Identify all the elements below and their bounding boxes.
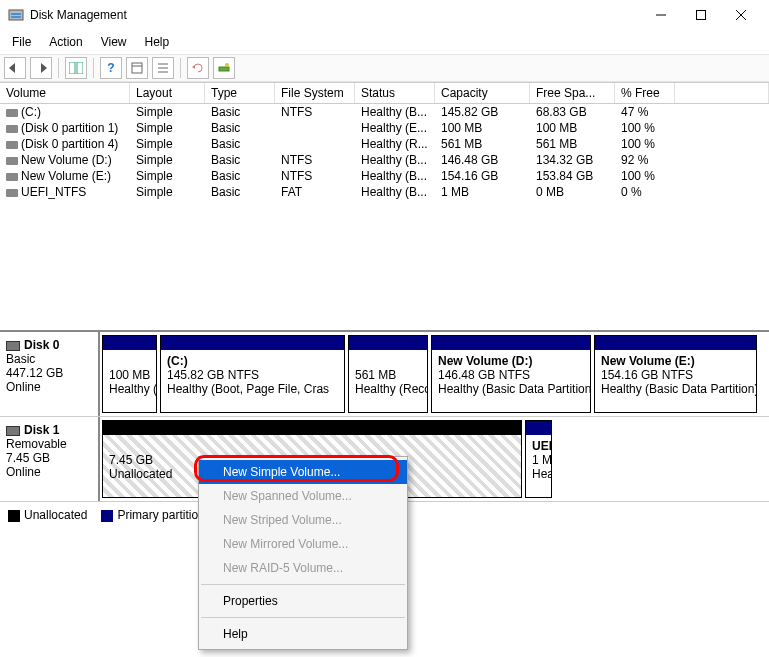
- partition[interactable]: 561 MBHealthy (Reco: [348, 335, 428, 413]
- back-button[interactable]: [4, 57, 26, 79]
- help-button[interactable]: ?: [100, 57, 122, 79]
- svg-rect-2: [11, 16, 21, 18]
- settings-button[interactable]: [126, 57, 148, 79]
- svg-rect-9: [132, 63, 142, 73]
- toolbar: ?: [0, 54, 769, 82]
- forward-button[interactable]: [30, 57, 52, 79]
- list-button[interactable]: [152, 57, 174, 79]
- menu-action[interactable]: Action: [41, 32, 90, 52]
- context-menu: New Simple Volume... New Spanned Volume.…: [198, 456, 408, 528]
- table-row[interactable]: New Volume (D:)SimpleBasicNTFSHealthy (B…: [0, 152, 769, 168]
- menu-file[interactable]: File: [4, 32, 39, 52]
- partition[interactable]: UEF1 MHea: [525, 420, 552, 498]
- close-button[interactable]: [721, 1, 761, 29]
- refresh-button[interactable]: [187, 57, 209, 79]
- svg-rect-4: [697, 11, 706, 20]
- ctx-new-simple-volume[interactable]: New Simple Volume...: [199, 460, 407, 484]
- svg-rect-7: [69, 62, 75, 74]
- svg-point-15: [225, 63, 229, 67]
- menu-help[interactable]: Help: [137, 32, 178, 52]
- rescan-button[interactable]: [213, 57, 235, 79]
- maximize-button[interactable]: [681, 1, 721, 29]
- menu-view[interactable]: View: [93, 32, 135, 52]
- table-row[interactable]: (C:)SimpleBasicNTFSHealthy (B...145.82 G…: [0, 104, 769, 120]
- partition[interactable]: New Volume (E:)154.16 GB NTFSHealthy (Ba…: [594, 335, 757, 413]
- titlebar: Disk Management: [0, 0, 769, 30]
- disk-row-0: Disk 0 Basic 447.12 GB Online 100 MBHeal…: [0, 332, 769, 417]
- window-title: Disk Management: [30, 8, 641, 22]
- legend-swatch-primary: [101, 510, 113, 522]
- col-pct[interactable]: % Free: [615, 83, 675, 103]
- svg-rect-8: [77, 62, 83, 74]
- svg-rect-1: [11, 13, 21, 15]
- col-status[interactable]: Status: [355, 83, 435, 103]
- minimize-button[interactable]: [641, 1, 681, 29]
- show-hide-button[interactable]: [65, 57, 87, 79]
- app-icon: [8, 7, 24, 23]
- table-row[interactable]: (Disk 0 partition 4)SimpleBasicHealthy (…: [0, 136, 769, 152]
- col-capacity[interactable]: Capacity: [435, 83, 530, 103]
- partition[interactable]: 100 MBHealthy (: [102, 335, 157, 413]
- table-row[interactable]: (Disk 0 partition 1)SimpleBasicHealthy (…: [0, 120, 769, 136]
- disk-1-label[interactable]: Disk 1 Removable 7.45 GB Online: [0, 417, 100, 501]
- list-header: Volume Layout Type File System Status Ca…: [0, 83, 769, 104]
- partition[interactable]: New Volume (D:)146.48 GB NTFSHealthy (Ba…: [431, 335, 591, 413]
- volume-list: Volume Layout Type File System Status Ca…: [0, 82, 769, 200]
- col-free[interactable]: Free Spa...: [530, 83, 615, 103]
- col-volume[interactable]: Volume: [0, 83, 130, 103]
- ctx-new-spanned-volume: New Spanned Volume...: [199, 484, 407, 508]
- col-layout[interactable]: Layout: [130, 83, 205, 103]
- legend-swatch-unallocated: [8, 510, 20, 522]
- menubar: File Action View Help: [0, 30, 769, 54]
- ctx-new-striped-volume: New Striped Volume...: [199, 508, 407, 528]
- table-row[interactable]: New Volume (E:)SimpleBasicNTFSHealthy (B…: [0, 168, 769, 184]
- table-row[interactable]: UEFI_NTFSSimpleBasicFATHealthy (B...1 MB…: [0, 184, 769, 200]
- partition[interactable]: (C:)145.82 GB NTFSHealthy (Boot, Page Fi…: [160, 335, 345, 413]
- svg-rect-14: [219, 67, 229, 71]
- disk-0-label[interactable]: Disk 0 Basic 447.12 GB Online: [0, 332, 100, 416]
- disk-icon: [6, 426, 20, 436]
- disk-icon: [6, 341, 20, 351]
- col-type[interactable]: Type: [205, 83, 275, 103]
- col-fs[interactable]: File System: [275, 83, 355, 103]
